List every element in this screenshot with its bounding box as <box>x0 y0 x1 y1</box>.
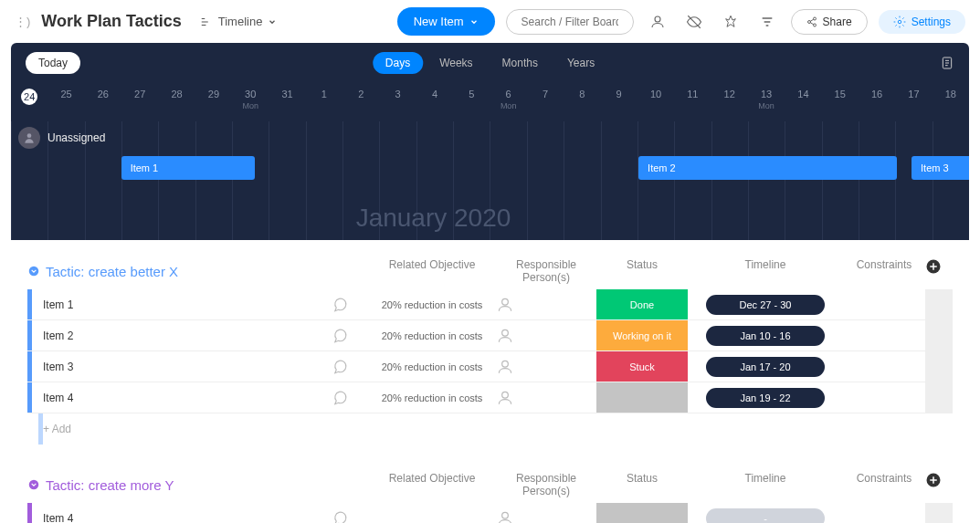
col-header-person[interactable]: Responsible Person(s) <box>496 258 596 284</box>
col-header-objective[interactable]: Related Objective <box>368 472 496 497</box>
table-row[interactable]: Item 4- <box>27 503 953 523</box>
date-cell[interactable]: 7 <box>527 83 564 121</box>
date-cell[interactable]: 14 <box>785 83 821 121</box>
date-cell[interactable]: 3 <box>379 83 416 121</box>
add-column-button[interactable] <box>925 258 953 284</box>
cell-status[interactable]: Working on it <box>596 320 688 350</box>
cell-person[interactable] <box>496 358 596 376</box>
svg-point-8 <box>502 329 509 336</box>
today-button[interactable]: Today <box>26 52 80 74</box>
chat-icon[interactable] <box>332 297 368 313</box>
group-title[interactable]: Tactic: create more Y <box>46 477 174 493</box>
cell-status[interactable] <box>596 503 688 523</box>
chat-icon[interactable] <box>332 328 368 344</box>
col-header-timeline[interactable]: Timeline <box>688 258 843 284</box>
pin-icon[interactable] <box>718 9 743 35</box>
view-selector[interactable]: Timeline <box>193 11 285 32</box>
cell-person[interactable] <box>496 296 596 314</box>
item-name[interactable]: Item 1 <box>32 298 332 311</box>
date-cell[interactable]: 5 <box>453 83 490 121</box>
date-cell[interactable]: 29 <box>195 83 232 121</box>
date-cell[interactable]: 25 <box>47 83 84 121</box>
zoom-tab-weeks[interactable]: Weeks <box>427 52 485 74</box>
table-row[interactable]: Item 220% reduction in costsWorking on i… <box>27 320 953 351</box>
cell-person[interactable] <box>496 509 596 524</box>
cell-timeline[interactable]: Jan 17 - 20 <box>688 357 843 377</box>
table-row[interactable]: Item 120% reduction in costsDoneDec 27 -… <box>27 289 953 320</box>
top-header: ⋮) Work Plan Tactics Timeline New Item S… <box>0 0 980 43</box>
date-cell[interactable]: 26 <box>85 83 121 121</box>
share-button[interactable]: Share <box>791 9 868 35</box>
date-cell[interactable]: 18 <box>933 83 969 121</box>
cell-status[interactable]: Done <box>596 289 688 319</box>
timeline-body[interactable]: Unassigned Item 1Item 2Item 3 January 20… <box>11 121 969 240</box>
date-cell[interactable]: 8 <box>564 83 600 121</box>
timeline-bar[interactable]: Item 3 <box>912 156 969 180</box>
date-cell[interactable]: 11 <box>674 83 711 121</box>
cell-timeline[interactable]: Jan 19 - 22 <box>688 388 843 408</box>
cell-status[interactable]: Stuck <box>596 351 688 382</box>
cell-objective[interactable]: 20% reduction in costs <box>368 392 496 403</box>
col-header-objective[interactable]: Related Objective <box>368 258 496 284</box>
cell-timeline[interactable]: Dec 27 - 30 <box>688 295 843 315</box>
add-item-row[interactable]: + Add <box>27 413 953 445</box>
date-cell[interactable]: 30Mon <box>232 83 269 121</box>
cell-status[interactable] <box>596 382 688 413</box>
chat-icon[interactable] <box>332 359 368 375</box>
menu-icon[interactable]: ⋮) <box>15 15 30 28</box>
group-collapse-icon[interactable] <box>27 478 40 491</box>
date-cell[interactable]: 31 <box>269 83 305 121</box>
item-name[interactable]: Item 4 <box>32 392 332 404</box>
cell-objective[interactable]: 20% reduction in costs <box>368 299 496 310</box>
col-header-constraints[interactable]: Constraints <box>843 472 925 497</box>
date-cell[interactable]: 27 <box>121 83 158 121</box>
date-cell[interactable]: 9 <box>601 83 638 121</box>
group-collapse-icon[interactable] <box>27 265 40 277</box>
cell-person[interactable] <box>496 389 596 407</box>
group-title[interactable]: Tactic: create better X <box>46 264 178 279</box>
date-cell[interactable]: 17 <box>895 83 932 121</box>
item-name[interactable]: Item 4 <box>32 512 332 524</box>
date-cell[interactable]: 2 <box>342 83 379 121</box>
cell-objective[interactable]: 20% reduction in costs <box>368 361 496 372</box>
cell-timeline[interactable]: Jan 10 - 16 <box>688 326 843 346</box>
date-cell[interactable]: 28 <box>158 83 195 121</box>
zoom-tab-years[interactable]: Years <box>554 52 607 74</box>
new-item-button[interactable]: New Item <box>397 7 495 36</box>
timeline-bar[interactable]: Item 1 <box>121 156 256 180</box>
add-column-button[interactable] <box>925 472 953 497</box>
date-cell[interactable]: 4 <box>416 83 453 121</box>
date-cell[interactable]: 12 <box>711 83 748 121</box>
cell-objective[interactable]: 20% reduction in costs <box>368 330 496 341</box>
table-row[interactable]: Item 420% reduction in costsJan 19 - 22 <box>27 382 953 413</box>
col-header-timeline[interactable]: Timeline <box>688 472 843 497</box>
date-cell[interactable]: 16 <box>859 83 895 121</box>
date-cell[interactable]: 10 <box>638 83 674 121</box>
date-cell[interactable]: 15 <box>822 83 859 121</box>
cell-person[interactable] <box>496 327 596 345</box>
zoom-tab-days[interactable]: Days <box>373 52 423 74</box>
hide-icon[interactable] <box>681 9 707 35</box>
col-header-status[interactable]: Status <box>596 472 688 497</box>
table-row[interactable]: Item 320% reduction in costsStuckJan 17 … <box>27 351 953 382</box>
cell-timeline[interactable]: - <box>688 508 843 524</box>
date-cell[interactable]: 24 <box>11 83 47 121</box>
export-icon[interactable] <box>940 56 954 70</box>
date-cell[interactable]: 6Mon <box>490 83 526 121</box>
item-name[interactable]: Item 2 <box>32 329 332 342</box>
date-cell[interactable]: 1 <box>306 83 342 121</box>
person-filter-icon[interactable] <box>645 9 670 35</box>
timeline-bar[interactable]: Item 2 <box>638 156 897 180</box>
col-header-constraints[interactable]: Constraints <box>843 258 925 284</box>
zoom-tab-months[interactable]: Months <box>490 52 551 74</box>
date-cell[interactable]: 13Mon <box>748 83 785 121</box>
search-input[interactable] <box>506 9 634 35</box>
col-header-person[interactable]: Responsible Person(s) <box>496 472 596 497</box>
row-end <box>925 382 953 413</box>
item-name[interactable]: Item 3 <box>32 361 332 373</box>
chat-icon[interactable] <box>332 390 368 406</box>
col-header-status[interactable]: Status <box>596 258 688 284</box>
filter-icon[interactable] <box>754 9 780 35</box>
chat-icon[interactable] <box>332 510 368 524</box>
settings-button[interactable]: Settings <box>879 10 965 34</box>
